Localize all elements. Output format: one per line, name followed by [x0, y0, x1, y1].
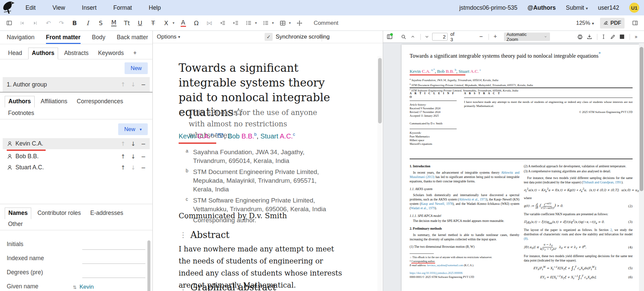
menu-view[interactable]: View	[52, 4, 65, 11]
given-name-field[interactable]	[80, 283, 143, 291]
zoom-in-icon[interactable]: +	[491, 33, 499, 41]
abstract-heading[interactable]: ⋮ Abstract	[180, 230, 229, 240]
document-scrollbar-thumb[interactable]	[378, 58, 382, 123]
menu-insert[interactable]: Insert	[82, 4, 97, 11]
zoom-out-icon[interactable]: −	[477, 33, 485, 41]
tab-head[interactable]: Head	[5, 48, 26, 59]
options-dropdown[interactable]: Options▾	[157, 34, 180, 40]
tab-contributor-roles[interactable]: Contributor roles	[34, 208, 84, 219]
redo-icon[interactable]: ↷	[57, 18, 66, 28]
move-down-icon[interactable]: ↓	[131, 140, 136, 147]
color-swatch-icon[interactable]	[618, 33, 626, 41]
special-character-button[interactable]: Ω	[192, 18, 201, 28]
menu-format[interactable]: Format	[113, 4, 132, 11]
page-number-input[interactable]	[432, 33, 448, 41]
bullet-list-icon[interactable]	[244, 18, 253, 28]
chevron-down-icon[interactable]: ▾	[289, 21, 291, 25]
outdent-icon[interactable]	[218, 18, 227, 28]
markup-button[interactable]: M	[111, 19, 117, 26]
initials-field[interactable]	[82, 241, 145, 250]
sort-icon[interactable]: ⇅	[73, 285, 77, 290]
equation-link[interactable]: (8)	[524, 237, 527, 240]
affiliation-c[interactable]: cSTM Software Engineering Private Limite…	[193, 196, 334, 214]
tab-body[interactable]: Body	[92, 34, 105, 44]
tab-back-matter[interactable]: Back matter	[117, 34, 148, 44]
move-down-icon[interactable]: ↓	[131, 81, 136, 88]
author-row-bob[interactable]: Bob B.B. ↑ ↓ −	[3, 151, 150, 162]
pdf-sidebar-toggle-icon[interactable]	[386, 33, 394, 41]
menu-edit[interactable]: Edit	[26, 4, 36, 11]
tab-e-addresses[interactable]: E-addresses	[87, 208, 127, 219]
clear-format-button[interactable]: X	[162, 18, 171, 28]
text-select-icon[interactable]	[600, 33, 607, 41]
underline-button[interactable]: U	[136, 18, 144, 28]
chevron-down-icon[interactable]: ▾	[255, 21, 257, 25]
citation-link[interactable]: Kaup and Newell, 1978	[421, 202, 453, 206]
tab-other[interactable]: Other	[5, 219, 26, 230]
comment-button[interactable]: Comment	[314, 20, 338, 26]
indexed-name-field[interactable]	[82, 255, 145, 264]
move-up-icon[interactable]: ↑	[121, 153, 125, 160]
affiliation-a[interactable]: aSayahna Foundation, JWA 34, Jagathy, Tr…	[193, 148, 334, 165]
avatar[interactable]: U1	[629, 3, 639, 13]
table-icon[interactable]	[278, 18, 287, 28]
author-group-row[interactable]: 1. Author group ↑ ↓ −	[3, 77, 150, 92]
move-up-icon[interactable]: ↑	[121, 164, 125, 171]
move-down-icon[interactable]: ↓	[131, 153, 136, 160]
skip-previous-icon[interactable]	[18, 18, 27, 28]
synchronize-scrolling-toggle[interactable]: ✓ Synchronize scrolling	[265, 33, 330, 41]
remove-icon[interactable]: −	[141, 164, 146, 171]
pdf-button[interactable]: PDF	[600, 18, 625, 28]
more-tools-icon[interactable]: »	[632, 33, 640, 41]
undo-icon[interactable]: ↶	[44, 18, 53, 28]
panel-toggle-icon[interactable]	[5, 18, 13, 28]
envelope-icon[interactable]	[218, 132, 223, 139]
find-previous-icon[interactable]	[409, 33, 417, 41]
tab-front-matter[interactable]: Front matter	[46, 34, 81, 44]
move-up-icon[interactable]: ↑	[121, 140, 125, 147]
tab-authors[interactable]: Authors	[28, 48, 58, 59]
strike-button[interactable]: S	[96, 18, 105, 28]
search-icon[interactable]	[400, 33, 407, 41]
print-icon[interactable]	[576, 33, 584, 41]
pdf-page[interactable]: Towards a significant integrable systems…	[402, 45, 639, 291]
submit-button[interactable]: Submit▾	[566, 4, 588, 11]
tab-names[interactable]: Names	[5, 208, 31, 219]
tab-navigation[interactable]: Navigation	[7, 34, 35, 44]
graphical-abstract-heading[interactable]: ⋮ Graphical abstract	[180, 282, 276, 291]
sidebar-scrollbar[interactable]	[147, 240, 150, 291]
tab-correspondences[interactable]: Correspondences	[74, 96, 127, 107]
panel-toggle-right-icon[interactable]	[631, 18, 639, 28]
move-down-icon[interactable]: ↓	[131, 164, 136, 171]
move-anchor-icon[interactable]	[295, 18, 304, 28]
author-row-stuart[interactable]: Stuart A.C. ↑ ↓ −	[3, 162, 150, 173]
drag-handle-icon[interactable]: ⋮	[180, 231, 187, 239]
menu-help[interactable]: Help	[149, 4, 161, 11]
new-author-button[interactable]: New▾	[118, 123, 148, 135]
author-line[interactable]: Kevin C.A.a, *, Bob B.B.b, Stuart A.C.c	[179, 132, 295, 140]
move-up-icon[interactable]: ↑	[121, 81, 125, 88]
find-next-icon[interactable]	[423, 33, 431, 41]
pdf-scrollbar-thumb[interactable]	[640, 47, 643, 191]
author-row-kevin[interactable]: Kevin C.A. ↑ ↓ −	[3, 138, 150, 149]
chevron-down-icon[interactable]: ▾	[272, 21, 274, 25]
communicated-by[interactable]: Communicated by D.v. Smith	[179, 212, 287, 220]
case-button[interactable]: Tt	[123, 18, 131, 28]
annotate-pen-icon[interactable]	[609, 33, 616, 41]
degrees-pre-field[interactable]	[82, 269, 145, 278]
bold-button[interactable]: B	[70, 18, 79, 28]
doi-link[interactable]: https://doi.org/10.1016/j.jstmdocs.2025.…	[410, 272, 463, 275]
zoom-level[interactable]: 125%▾	[576, 20, 594, 26]
download-icon[interactable]	[585, 33, 593, 41]
citation-link[interactable]: Ablowitz et al., 1973	[459, 197, 486, 201]
tab-abstracts[interactable]: Abstracts	[61, 48, 92, 59]
tab-keywords[interactable]: Keywords	[95, 48, 127, 59]
zoom-select[interactable]: Automatic Zoom	[504, 33, 550, 41]
italic-button[interactable]: I	[83, 18, 92, 28]
role-badge[interactable]: @Authors	[527, 4, 556, 11]
email-link[interactable]: kevinca_sayahna@somemail.com	[427, 264, 463, 267]
tab-affiliations[interactable]: Affiliations	[37, 96, 71, 107]
skip-next-icon[interactable]	[31, 18, 40, 28]
affiliation-b[interactable]: bSTM Document Engineering Private Limite…	[193, 168, 334, 194]
remove-icon[interactable]: −	[141, 81, 146, 88]
